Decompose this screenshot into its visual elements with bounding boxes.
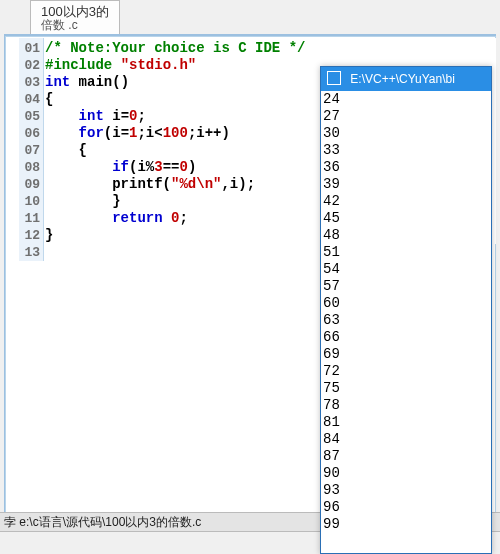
console-line: 54 xyxy=(323,261,491,278)
console-line: 24 xyxy=(323,91,491,108)
console-line: 39 xyxy=(323,176,491,193)
console-line: 75 xyxy=(323,380,491,397)
console-line: 87 xyxy=(323,448,491,465)
console-line: 57 xyxy=(323,278,491,295)
console-line: 45 xyxy=(323,210,491,227)
console-line: 42 xyxy=(323,193,491,210)
code-line[interactable]: /* Note:Your choice is C IDE */ xyxy=(45,40,496,57)
console-window[interactable]: E:\VC++\CYuYan\bi 2427303336394245485154… xyxy=(320,66,492,554)
console-output[interactable]: 2427303336394245485154576063666972757881… xyxy=(321,91,491,553)
console-line: 27 xyxy=(323,108,491,125)
console-line: 48 xyxy=(323,227,491,244)
console-line: 36 xyxy=(323,159,491,176)
status-path: 孛 e:\c语言\源代码\100以内3的倍数.c xyxy=(4,515,201,529)
line-number: 08 xyxy=(19,159,43,176)
console-line: 84 xyxy=(323,431,491,448)
line-number: 13 xyxy=(19,244,43,261)
console-titlebar[interactable]: E:\VC++\CYuYan\bi xyxy=(321,67,491,91)
line-number: 04 xyxy=(19,91,43,108)
console-line: 99 xyxy=(323,516,491,533)
line-number: 09 xyxy=(19,176,43,193)
console-line: 33 xyxy=(323,142,491,159)
file-tab-line1: 100以内3的 xyxy=(41,5,109,19)
console-line: 69 xyxy=(323,346,491,363)
console-app-icon xyxy=(327,71,341,85)
line-number: 05 xyxy=(19,108,43,125)
console-title-text: E:\VC++\CYuYan\bi xyxy=(350,72,455,86)
line-number: 11 xyxy=(19,210,43,227)
console-line: 72 xyxy=(323,363,491,380)
console-line: 63 xyxy=(323,312,491,329)
console-line: 81 xyxy=(323,414,491,431)
file-tab[interactable]: 100以内3的 倍数 .c xyxy=(30,0,120,34)
console-line: 30 xyxy=(323,125,491,142)
file-tab-line2: 倍数 .c xyxy=(41,19,109,32)
line-number: 07 xyxy=(19,142,43,159)
line-number: 02 xyxy=(19,57,43,74)
line-number-gutter: 01020304050607080910111213 xyxy=(19,38,44,261)
console-line: 51 xyxy=(323,244,491,261)
line-number: 03 xyxy=(19,74,43,91)
console-line: 66 xyxy=(323,329,491,346)
line-number: 12 xyxy=(19,227,43,244)
console-line: 60 xyxy=(323,295,491,312)
console-line: 78 xyxy=(323,397,491,414)
line-number: 06 xyxy=(19,125,43,142)
line-number: 10 xyxy=(19,193,43,210)
console-line: 96 xyxy=(323,499,491,516)
line-number: 01 xyxy=(19,40,43,57)
console-line: 93 xyxy=(323,482,491,499)
console-line: 90 xyxy=(323,465,491,482)
